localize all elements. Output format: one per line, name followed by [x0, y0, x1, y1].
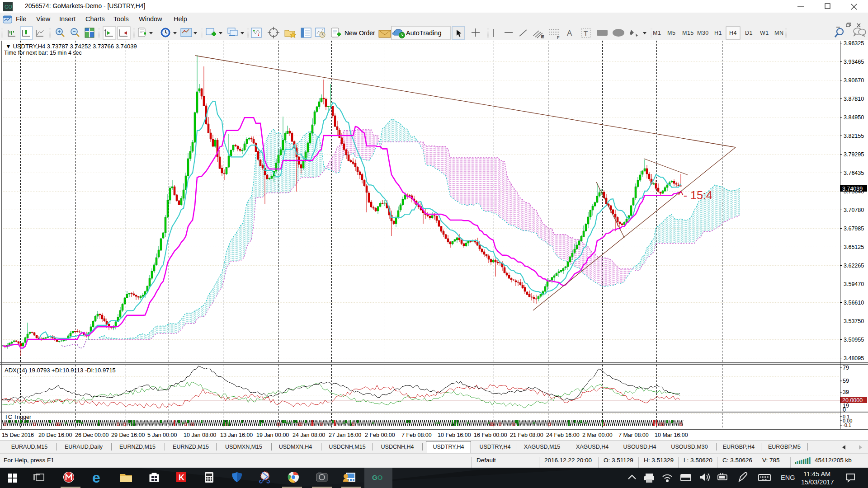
svg-text:ENG: ENG	[781, 474, 795, 481]
svg-text:24 Jan 08:00: 24 Jan 08:00	[292, 432, 325, 438]
svg-text:3.53750: 3.53750	[844, 318, 864, 324]
svg-text:Time for next bar: 15 min 4 se: Time for next bar: 15 min 4 sec	[4, 50, 82, 56]
svg-text:26 Dec 00:00: 26 Dec 00:00	[75, 432, 108, 438]
svg-text:-0.1: -0.1	[843, 422, 851, 428]
svg-text:3.79295: 3.79295	[844, 151, 864, 158]
svg-text:24 Feb 16:00: 24 Feb 16:00	[546, 432, 580, 438]
svg-text:3.56610: 3.56610	[844, 300, 864, 306]
svg-text:13 Jan 16:00: 13 Jan 16:00	[220, 432, 253, 438]
svg-text:10 Feb 16:00: 10 Feb 16:00	[438, 432, 471, 438]
svg-text:3.84950: 3.84950	[844, 114, 864, 121]
svg-text:W1: W1	[760, 30, 769, 36]
svg-text:D1: D1	[745, 30, 753, 36]
svg-text:M5: M5	[667, 30, 675, 36]
svg-text:3.90670: 3.90670	[844, 77, 864, 84]
svg-text:E: E	[541, 34, 544, 39]
svg-text:3.82155: 3.82155	[844, 133, 864, 139]
svg-text:3.65125: 3.65125	[844, 244, 864, 250]
svg-text:TC Trigger: TC Trigger	[5, 414, 31, 420]
svg-text:M30: M30	[697, 30, 709, 36]
svg-text:New Order: New Order	[344, 29, 375, 37]
svg-text:5 Jan 00:00: 5 Jan 00:00	[147, 432, 177, 438]
svg-text:M15: M15	[682, 30, 694, 36]
svg-text:3.76435: 3.76435	[844, 170, 864, 176]
svg-text:7 Feb 08:00: 7 Feb 08:00	[401, 432, 432, 438]
svg-text:19 Jan 00:00: 19 Jan 00:00	[256, 432, 289, 438]
svg-text:59: 59	[843, 378, 849, 384]
svg-text:21 Feb 08:00: 21 Feb 08:00	[510, 432, 543, 438]
svg-text:3.93465: 3.93465	[844, 59, 864, 65]
svg-text:29 Dec 16:00: 29 Dec 16:00	[111, 432, 145, 438]
svg-text:79: 79	[843, 365, 849, 371]
svg-text:e: e	[92, 469, 100, 486]
svg-text:3.59470: 3.59470	[844, 281, 864, 287]
svg-text:H1: H1	[714, 30, 722, 36]
svg-text:▼ USDTRY,H4 3.73787 3.74252 3: ▼ USDTRY,H4 3.73787 3.74252 3.73766 3.74…	[5, 43, 137, 50]
svg-text:GO: GO	[372, 474, 383, 481]
svg-text:10 Jan 08:00: 10 Jan 08:00	[184, 432, 216, 438]
svg-text:GO: GO	[5, 4, 13, 9]
svg-text:15/03/2017: 15/03/2017	[801, 479, 834, 486]
svg-text:F: F	[557, 35, 560, 40]
svg-text:M1: M1	[653, 30, 661, 36]
svg-text:3.67985: 3.67985	[844, 225, 864, 232]
svg-text:3.74039: 3.74039	[842, 186, 863, 192]
svg-text:K: K	[179, 473, 184, 482]
svg-text:20 Dec 16:00: 20 Dec 16:00	[38, 432, 72, 438]
svg-text:15 Dec 2016: 15 Dec 2016	[2, 432, 34, 438]
svg-text:16 Feb 00:00: 16 Feb 00:00	[474, 432, 507, 438]
svg-text:27 Jan 16:00: 27 Jan 16:00	[329, 432, 361, 438]
svg-text:0: 0	[843, 407, 846, 413]
svg-text:T: T	[584, 29, 588, 37]
svg-text:3.62265: 3.62265	[844, 263, 864, 269]
svg-text:3.48095: 3.48095	[844, 355, 864, 361]
svg-text:10 Mar 16:00: 10 Mar 16:00	[655, 432, 688, 438]
svg-text:11:45 AM: 11:45 AM	[803, 470, 830, 478]
svg-text:3.96325: 3.96325	[844, 40, 864, 47]
svg-text:3.50955: 3.50955	[844, 337, 864, 343]
svg-text:3.70780: 3.70780	[844, 207, 864, 213]
svg-text:A: A	[567, 29, 572, 38]
svg-text:H4: H4	[729, 30, 737, 36]
svg-text:^- 15:4: ^- 15:4	[678, 189, 712, 202]
svg-text:2 Mar 00:00: 2 Mar 00:00	[582, 432, 613, 438]
svg-text:MN: MN	[774, 30, 783, 36]
svg-text:AutoTrading: AutoTrading	[406, 29, 441, 37]
svg-text:ADX(14) 19.0793 +DI:10.9113 -D: ADX(14) 19.0793 +DI:10.9113 -DI:10.9715	[5, 367, 116, 374]
svg-text:7 Mar 08:00: 7 Mar 08:00	[618, 432, 649, 438]
svg-text:2 Feb 00:00: 2 Feb 00:00	[365, 432, 395, 438]
svg-text:39: 39	[843, 389, 849, 395]
svg-text:3.87810: 3.87810	[844, 96, 864, 102]
